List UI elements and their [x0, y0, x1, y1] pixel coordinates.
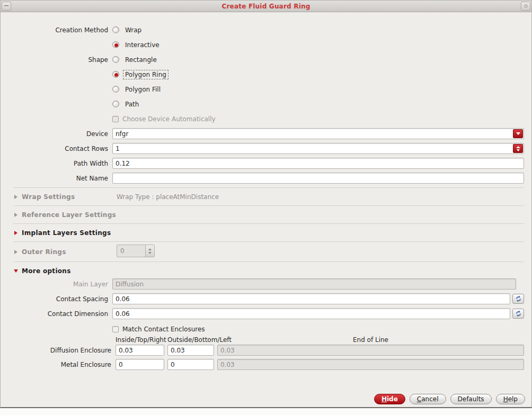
radio-selected-icon	[112, 41, 119, 48]
refresh-icon	[515, 295, 522, 302]
radio-path[interactable]: Path	[112, 100, 141, 109]
section-implant-layers-settings[interactable]: Implant Layers Settings	[13, 223, 524, 241]
device-combo[interactable]: nfgr	[112, 128, 524, 139]
main-layer-input	[112, 278, 516, 290]
create-fluid-guard-ring-dialog: Create Fluid Guard Ring Creation Method …	[0, 0, 532, 408]
radio-unselected-icon	[112, 26, 119, 33]
hide-button[interactable]: Hide	[374, 394, 405, 404]
match-contact-enclosures-checkbox[interactable]: Match Contact Enclosures	[112, 326, 205, 333]
creation-method-label: Creation Method	[1, 26, 112, 34]
expanded-arrow-icon	[14, 269, 18, 273]
radio-interactive[interactable]: Interactive	[112, 40, 162, 50]
section-reference-layer-settings[interactable]: Reference Layer Settings	[13, 205, 524, 223]
outer-rings-spin-buttons	[145, 245, 154, 257]
reference-layer-settings-label: Reference Layer Settings	[22, 211, 116, 219]
contact-rows-spinner[interactable]: 1	[112, 143, 524, 154]
choose-device-automatically-checkbox: Choose Device Automatically	[112, 115, 216, 123]
outer-rings-label: Outer Rings	[22, 248, 66, 256]
section-wrap-settings[interactable]: Wrap Settings Wrap Type : placeAtMinDist…	[13, 187, 524, 205]
chevron-down-icon	[516, 132, 520, 135]
match-contact-enclosures-label: Match Contact Enclosures	[122, 326, 205, 333]
maximize-button[interactable]	[521, 2, 530, 11]
net-name-label: Net Name	[1, 175, 112, 182]
radio-polygon-ring-label: Polygon Ring	[123, 70, 169, 79]
dialog-content: Creation Method Wrap Interactive Shape R…	[1, 12, 531, 370]
device-value: nfgr	[116, 130, 513, 138]
table-row: Metal Enclosure	[1, 359, 524, 370]
spinner-down-icon	[517, 149, 520, 151]
col-header-outside-bottom-left: Outside/Bottom/Left	[167, 336, 214, 344]
device-label: Device	[1, 130, 112, 138]
spinner-up-icon	[516, 146, 520, 148]
implant-layers-settings-label: Implant Layers Settings	[22, 229, 111, 237]
refresh-icon	[515, 310, 522, 317]
contact-spacing-refresh-button[interactable]	[512, 294, 524, 304]
col-header-inside-top-right: Inside/Top/Right	[116, 336, 164, 344]
diffusion-enclosure-end-of-line-input	[217, 345, 524, 356]
radio-polygon-ring[interactable]: Polygon Ring	[112, 70, 169, 79]
radio-selected-icon	[112, 71, 119, 78]
radio-unselected-icon	[112, 101, 119, 107]
shape-row: Shape Rectangle	[1, 53, 531, 66]
net-name-input[interactable]	[112, 173, 524, 184]
device-dropdown-button[interactable]	[513, 129, 523, 138]
window-title: Create Fluid Guard Ring	[11, 3, 521, 10]
outer-rings-spinner: 0	[117, 245, 155, 257]
choose-device-automatically-label: Choose Device Automatically	[122, 115, 216, 123]
path-width-label: Path Width	[1, 160, 112, 167]
metal-enclosure-end-of-line-input	[217, 359, 524, 370]
collapsed-arrow-icon	[14, 250, 17, 254]
section-more-options[interactable]: More options	[13, 261, 524, 277]
radio-interactive-label: Interactive	[123, 40, 162, 50]
cancel-button[interactable]: Cancel	[410, 394, 446, 404]
collapsed-arrow-icon	[14, 195, 17, 199]
outer-rings-value: 0	[120, 247, 125, 255]
defaults-button[interactable]: Defaults	[450, 394, 492, 404]
path-width-input[interactable]	[112, 158, 524, 169]
checkbox-unchecked-icon	[112, 116, 119, 122]
shape-label: Shape	[1, 56, 112, 64]
metal-enclosure-inside-input[interactable]	[116, 359, 164, 370]
spinner-up-icon	[148, 248, 152, 250]
titlebar[interactable]: Create Fluid Guard Ring	[1, 1, 531, 12]
radio-wrap-label: Wrap	[123, 25, 144, 35]
radio-rectangle-label: Rectangle	[123, 55, 159, 65]
diffusion-enclosure-inside-input[interactable]	[116, 345, 164, 356]
contact-rows-label: Contact Rows	[1, 145, 112, 152]
radio-unselected-icon	[112, 86, 119, 93]
footer-buttons: Hide Cancel Defaults Help	[374, 394, 525, 404]
section-outer-rings[interactable]: Outer Rings 0	[13, 241, 524, 261]
table-row: Diffusion Enclosure	[1, 345, 524, 356]
more-options-label: More options	[22, 267, 71, 275]
checkbox-unchecked-icon	[112, 326, 119, 332]
collapsed-arrow-icon	[14, 213, 17, 217]
metal-enclosure-label: Metal Enclosure	[1, 361, 112, 368]
wrap-settings-summary: Wrap Type : placeAtMinDistance	[117, 193, 219, 201]
contact-spacing-input[interactable]	[112, 293, 510, 304]
metal-enclosure-outside-input[interactable]	[167, 359, 214, 370]
contact-rows-value: 1	[116, 145, 513, 152]
diffusion-enclosure-outside-input[interactable]	[167, 345, 214, 356]
diffusion-enclosure-label: Diffusion Enclosure	[1, 347, 112, 354]
radio-rectangle[interactable]: Rectangle	[112, 55, 159, 65]
contact-dimension-label: Contact Dimension	[1, 310, 112, 318]
spinner-down-icon	[148, 252, 152, 254]
col-header-end-of-line: End of Line	[217, 336, 524, 344]
radio-polygon-fill[interactable]: Polygon Fill	[112, 85, 163, 94]
creation-method-row2: Interactive	[1, 39, 531, 51]
sections: Wrap Settings Wrap Type : placeAtMinDist…	[13, 187, 524, 277]
contact-dimension-refresh-button[interactable]	[512, 309, 524, 319]
help-button[interactable]: Help	[496, 394, 525, 404]
contact-rows-spin-buttons[interactable]	[513, 144, 523, 153]
contact-spacing-label: Contact Spacing	[1, 295, 112, 303]
radio-wrap[interactable]: Wrap	[112, 25, 144, 35]
radio-polygon-fill-label: Polygon Fill	[123, 85, 163, 94]
wrap-settings-label: Wrap Settings	[22, 193, 75, 201]
radio-unselected-icon	[112, 56, 119, 63]
maximize-icon	[524, 4, 528, 8]
collapsed-arrow-icon	[14, 231, 17, 235]
window-menu-button[interactable]	[2, 2, 11, 11]
enclosure-header-row: Inside/Top/Right Outside/Bottom/Left End…	[1, 336, 524, 344]
contact-dimension-input[interactable]	[112, 308, 510, 319]
window-menu-icon	[4, 5, 8, 7]
